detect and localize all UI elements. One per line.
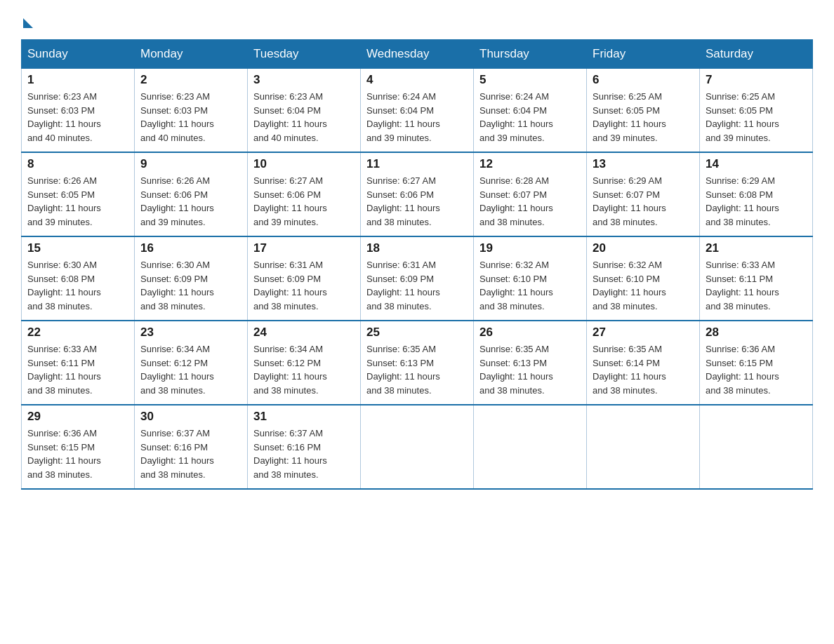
day-info: Sunrise: 6:36 AMSunset: 6:15 PMDaylight:… (706, 342, 807, 397)
day-info: Sunrise: 6:23 AMSunset: 6:03 PMDaylight:… (27, 90, 128, 145)
day-info: Sunrise: 6:37 AMSunset: 6:16 PMDaylight:… (253, 427, 355, 481)
day-info: Sunrise: 6:29 AMSunset: 6:08 PMDaylight:… (706, 174, 807, 229)
calendar-day-cell: 29Sunrise: 6:36 AMSunset: 6:15 PMDayligh… (22, 405, 135, 489)
day-info: Sunrise: 6:25 AMSunset: 6:05 PMDaylight:… (706, 90, 807, 145)
calendar-day-cell: 20Sunrise: 6:32 AMSunset: 6:10 PMDayligh… (587, 236, 700, 321)
calendar-week-row: 29Sunrise: 6:36 AMSunset: 6:15 PMDayligh… (22, 405, 813, 489)
day-number: 31 (253, 410, 355, 424)
day-info: Sunrise: 6:35 AMSunset: 6:13 PMDaylight:… (366, 342, 468, 397)
calendar-day-cell: 1Sunrise: 6:23 AMSunset: 6:03 PMDaylight… (22, 69, 135, 153)
day-info: Sunrise: 6:26 AMSunset: 6:05 PMDaylight:… (27, 174, 128, 229)
day-number: 8 (27, 157, 128, 171)
day-info: Sunrise: 6:25 AMSunset: 6:05 PMDaylight:… (593, 90, 694, 145)
calendar-header-row: SundayMondayTuesdayWednesdayThursdayFrid… (22, 40, 813, 69)
day-number: 4 (366, 73, 468, 87)
calendar-day-cell: 11Sunrise: 6:27 AMSunset: 6:06 PMDayligh… (361, 152, 474, 236)
calendar: SundayMondayTuesdayWednesdayThursdayFrid… (21, 39, 813, 490)
day-info: Sunrise: 6:28 AMSunset: 6:07 PMDaylight:… (479, 174, 581, 229)
calendar-day-cell: 24Sunrise: 6:34 AMSunset: 6:12 PMDayligh… (248, 321, 361, 405)
day-of-week-header: Sunday (22, 40, 135, 69)
calendar-day-cell: 26Sunrise: 6:35 AMSunset: 6:13 PMDayligh… (474, 321, 587, 405)
day-number: 28 (706, 326, 807, 340)
calendar-day-cell: 3Sunrise: 6:23 AMSunset: 6:04 PMDaylight… (248, 69, 361, 153)
calendar-day-cell: 5Sunrise: 6:24 AMSunset: 6:04 PMDaylight… (474, 69, 587, 153)
header (21, 14, 813, 28)
day-info: Sunrise: 6:26 AMSunset: 6:06 PMDaylight:… (140, 174, 241, 229)
calendar-day-cell: 31Sunrise: 6:37 AMSunset: 6:16 PMDayligh… (248, 405, 361, 489)
calendar-day-cell (361, 405, 474, 489)
day-of-week-header: Tuesday (248, 40, 361, 69)
day-info: Sunrise: 6:32 AMSunset: 6:10 PMDaylight:… (479, 258, 581, 313)
day-info: Sunrise: 6:29 AMSunset: 6:07 PMDaylight:… (593, 174, 694, 229)
day-of-week-header: Saturday (700, 40, 813, 69)
calendar-day-cell: 22Sunrise: 6:33 AMSunset: 6:11 PMDayligh… (22, 321, 135, 405)
calendar-day-cell: 25Sunrise: 6:35 AMSunset: 6:13 PMDayligh… (361, 321, 474, 405)
calendar-day-cell: 15Sunrise: 6:30 AMSunset: 6:08 PMDayligh… (22, 236, 135, 321)
day-number: 11 (366, 157, 468, 171)
logo-arrow-icon (23, 18, 33, 28)
day-number: 15 (27, 241, 128, 255)
day-info: Sunrise: 6:32 AMSunset: 6:10 PMDaylight:… (593, 258, 694, 313)
day-number: 29 (27, 410, 128, 424)
calendar-day-cell: 17Sunrise: 6:31 AMSunset: 6:09 PMDayligh… (248, 236, 361, 321)
day-info: Sunrise: 6:30 AMSunset: 6:08 PMDaylight:… (27, 258, 128, 313)
calendar-day-cell: 6Sunrise: 6:25 AMSunset: 6:05 PMDaylight… (587, 69, 700, 153)
day-of-week-header: Monday (135, 40, 248, 69)
day-number: 2 (140, 73, 241, 87)
day-info: Sunrise: 6:33 AMSunset: 6:11 PMDaylight:… (27, 342, 128, 397)
logo (21, 14, 33, 28)
day-number: 26 (479, 326, 581, 340)
day-number: 6 (593, 73, 694, 87)
day-number: 3 (253, 73, 355, 87)
day-number: 1 (27, 73, 128, 87)
day-info: Sunrise: 6:30 AMSunset: 6:09 PMDaylight:… (140, 258, 241, 313)
day-number: 12 (479, 157, 581, 171)
day-info: Sunrise: 6:36 AMSunset: 6:15 PMDaylight:… (27, 427, 128, 481)
day-info: Sunrise: 6:24 AMSunset: 6:04 PMDaylight:… (366, 90, 468, 145)
calendar-day-cell: 12Sunrise: 6:28 AMSunset: 6:07 PMDayligh… (474, 152, 587, 236)
day-info: Sunrise: 6:34 AMSunset: 6:12 PMDaylight:… (140, 342, 241, 397)
day-number: 23 (140, 326, 241, 340)
day-number: 10 (253, 157, 355, 171)
day-info: Sunrise: 6:24 AMSunset: 6:04 PMDaylight:… (479, 90, 581, 145)
day-number: 14 (706, 157, 807, 171)
calendar-day-cell (700, 405, 813, 489)
calendar-day-cell: 2Sunrise: 6:23 AMSunset: 6:03 PMDaylight… (135, 69, 248, 153)
day-of-week-header: Thursday (474, 40, 587, 69)
day-info: Sunrise: 6:31 AMSunset: 6:09 PMDaylight:… (366, 258, 468, 313)
calendar-day-cell (587, 405, 700, 489)
calendar-day-cell (474, 405, 587, 489)
calendar-day-cell: 16Sunrise: 6:30 AMSunset: 6:09 PMDayligh… (135, 236, 248, 321)
day-info: Sunrise: 6:34 AMSunset: 6:12 PMDaylight:… (253, 342, 355, 397)
day-number: 5 (479, 73, 581, 87)
day-info: Sunrise: 6:35 AMSunset: 6:13 PMDaylight:… (479, 342, 581, 397)
calendar-week-row: 8Sunrise: 6:26 AMSunset: 6:05 PMDaylight… (22, 152, 813, 236)
day-info: Sunrise: 6:35 AMSunset: 6:14 PMDaylight:… (593, 342, 694, 397)
day-number: 25 (366, 326, 468, 340)
day-info: Sunrise: 6:37 AMSunset: 6:16 PMDaylight:… (140, 427, 241, 481)
calendar-day-cell: 30Sunrise: 6:37 AMSunset: 6:16 PMDayligh… (135, 405, 248, 489)
calendar-day-cell: 23Sunrise: 6:34 AMSunset: 6:12 PMDayligh… (135, 321, 248, 405)
day-number: 17 (253, 241, 355, 255)
day-number: 22 (27, 326, 128, 340)
day-info: Sunrise: 6:27 AMSunset: 6:06 PMDaylight:… (253, 174, 355, 229)
calendar-week-row: 1Sunrise: 6:23 AMSunset: 6:03 PMDaylight… (22, 69, 813, 153)
calendar-day-cell: 7Sunrise: 6:25 AMSunset: 6:05 PMDaylight… (700, 69, 813, 153)
calendar-day-cell: 27Sunrise: 6:35 AMSunset: 6:14 PMDayligh… (587, 321, 700, 405)
day-info: Sunrise: 6:31 AMSunset: 6:09 PMDaylight:… (253, 258, 355, 313)
calendar-day-cell: 10Sunrise: 6:27 AMSunset: 6:06 PMDayligh… (248, 152, 361, 236)
day-info: Sunrise: 6:23 AMSunset: 6:04 PMDaylight:… (253, 90, 355, 145)
calendar-day-cell: 4Sunrise: 6:24 AMSunset: 6:04 PMDaylight… (361, 69, 474, 153)
calendar-day-cell: 21Sunrise: 6:33 AMSunset: 6:11 PMDayligh… (700, 236, 813, 321)
calendar-day-cell: 9Sunrise: 6:26 AMSunset: 6:06 PMDaylight… (135, 152, 248, 236)
day-info: Sunrise: 6:27 AMSunset: 6:06 PMDaylight:… (366, 174, 468, 229)
day-info: Sunrise: 6:33 AMSunset: 6:11 PMDaylight:… (706, 258, 807, 313)
day-number: 24 (253, 326, 355, 340)
day-number: 16 (140, 241, 241, 255)
day-number: 7 (706, 73, 807, 87)
day-number: 9 (140, 157, 241, 171)
calendar-day-cell: 13Sunrise: 6:29 AMSunset: 6:07 PMDayligh… (587, 152, 700, 236)
day-number: 30 (140, 410, 241, 424)
calendar-week-row: 15Sunrise: 6:30 AMSunset: 6:08 PMDayligh… (22, 236, 813, 321)
calendar-day-cell: 14Sunrise: 6:29 AMSunset: 6:08 PMDayligh… (700, 152, 813, 236)
